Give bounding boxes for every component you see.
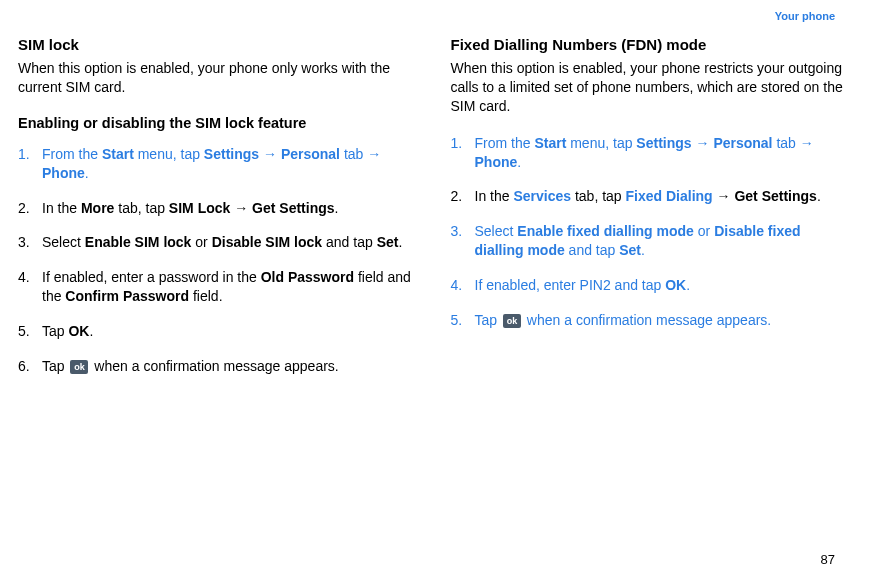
- left-title: SIM lock: [18, 36, 415, 53]
- step-text: and tap: [322, 234, 377, 250]
- step-bold-text: Settings: [204, 146, 259, 162]
- step-text: →: [692, 135, 714, 151]
- header-section-link[interactable]: Your phone: [775, 10, 835, 22]
- step-bold-text: Settings: [636, 135, 691, 151]
- step-bold-text: OK: [68, 323, 89, 339]
- step-bold-text: Disable SIM lock: [212, 234, 322, 250]
- step-text: and tap: [565, 242, 620, 258]
- right-steps: From the Start menu, tap Settings → Pers…: [451, 134, 848, 330]
- step-text: From the: [42, 146, 102, 162]
- step-text: Tap: [475, 312, 501, 328]
- step-text: tab, tap: [114, 200, 168, 216]
- step-text: menu, tap: [566, 135, 636, 151]
- step-text: Select: [42, 234, 85, 250]
- step-text: .: [641, 242, 645, 258]
- step-bold-text: More: [81, 200, 114, 216]
- step-bold-text: Start: [534, 135, 566, 151]
- step-text: Select: [475, 223, 518, 239]
- step-bold-text: Enable fixed dialling mode: [517, 223, 694, 239]
- step-text: .: [85, 165, 89, 181]
- step-bold-text: OK: [665, 277, 686, 293]
- step-item: From the Start menu, tap Settings → Pers…: [451, 134, 848, 172]
- right-intro: When this option is enabled, your phone …: [451, 59, 848, 116]
- step-bold-text: SIM Lock: [169, 200, 230, 216]
- step-item: Select Enable fixed dialling mode or Dis…: [451, 222, 848, 260]
- step-bold-text: Phone: [475, 154, 518, 170]
- step-text: .: [335, 200, 339, 216]
- left-subtitle: Enabling or disabling the SIM lock featu…: [18, 115, 415, 131]
- step-bold-text: Services: [513, 188, 571, 204]
- step-item: Tap OK.: [18, 322, 415, 341]
- step-text: .: [686, 277, 690, 293]
- step-text: If enabled, enter PIN2 and tap: [475, 277, 666, 293]
- step-bold-text: Get Settings: [734, 188, 816, 204]
- step-text: tab →: [340, 146, 381, 162]
- step-item: Select Enable SIM lock or Disable SIM lo…: [18, 233, 415, 252]
- step-text: Tap: [42, 323, 68, 339]
- step-text: tab →: [773, 135, 814, 151]
- right-title: Fixed Dialling Numbers (FDN) mode: [451, 36, 848, 53]
- step-text: →: [230, 200, 252, 216]
- step-text: field.: [189, 288, 222, 304]
- left-intro: When this option is enabled, your phone …: [18, 59, 415, 97]
- step-text: .: [89, 323, 93, 339]
- step-text: If enabled, enter a password in the: [42, 269, 261, 285]
- step-bold-text: Set: [377, 234, 399, 250]
- step-item: In the More tab, tap SIM Lock → Get Sett…: [18, 199, 415, 218]
- step-text: In the: [42, 200, 81, 216]
- step-text: when a confirmation message appears.: [90, 358, 338, 374]
- content-columns: SIM lock When this option is enabled, yo…: [18, 36, 847, 392]
- step-item: Tap ok when a confirmation message appea…: [18, 357, 415, 376]
- step-item: From the Start menu, tap Settings → Pers…: [18, 145, 415, 183]
- right-column: Fixed Dialling Numbers (FDN) mode When t…: [451, 36, 848, 392]
- step-text: or: [191, 234, 211, 250]
- step-text: →: [713, 188, 735, 204]
- page-number: 87: [821, 552, 835, 567]
- step-text: In the: [475, 188, 514, 204]
- step-bold-text: Set: [619, 242, 641, 258]
- step-bold-text: Phone: [42, 165, 85, 181]
- step-text: From the: [475, 135, 535, 151]
- step-text: when a confirmation message appears.: [523, 312, 771, 328]
- step-text: .: [517, 154, 521, 170]
- step-item: Tap ok when a confirmation message appea…: [451, 311, 848, 330]
- step-item: If enabled, enter a password in the Old …: [18, 268, 415, 306]
- step-text: .: [817, 188, 821, 204]
- step-text: or: [694, 223, 714, 239]
- step-text: Tap: [42, 358, 68, 374]
- step-text: .: [398, 234, 402, 250]
- ok-icon: ok: [70, 360, 88, 374]
- step-bold-text: Start: [102, 146, 134, 162]
- left-column: SIM lock When this option is enabled, yo…: [18, 36, 415, 392]
- step-bold-text: Personal: [713, 135, 772, 151]
- step-bold-text: Confirm Password: [65, 288, 189, 304]
- left-steps: From the Start menu, tap Settings → Pers…: [18, 145, 415, 376]
- step-item: If enabled, enter PIN2 and tap OK.: [451, 276, 848, 295]
- step-item: In the Services tab, tap Fixed Dialing →…: [451, 187, 848, 206]
- step-text: menu, tap: [134, 146, 204, 162]
- ok-icon: ok: [503, 314, 521, 328]
- step-bold-text: Old Password: [261, 269, 354, 285]
- step-text: →: [259, 146, 281, 162]
- step-bold-text: Personal: [281, 146, 340, 162]
- step-bold-text: Enable SIM lock: [85, 234, 192, 250]
- step-bold-text: Fixed Dialing: [626, 188, 713, 204]
- step-text: tab, tap: [571, 188, 625, 204]
- step-bold-text: Get Settings: [252, 200, 334, 216]
